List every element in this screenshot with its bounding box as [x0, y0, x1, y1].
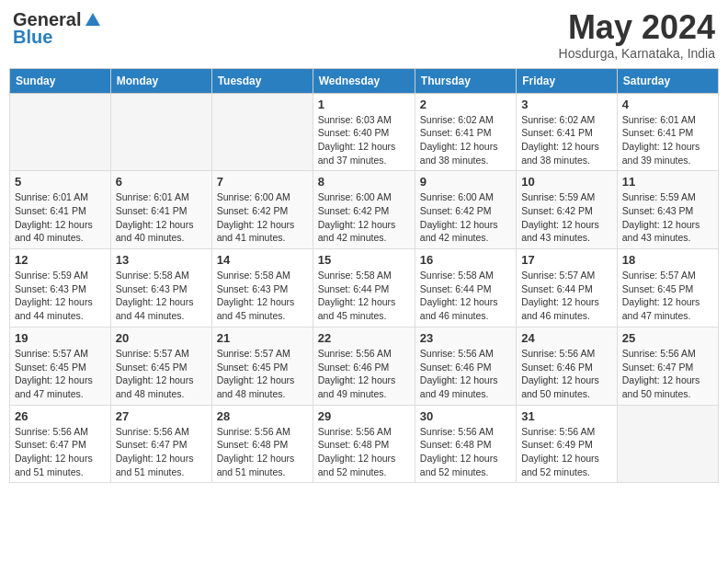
calendar-cell: 21Sunrise: 5:57 AMSunset: 6:45 PMDayligh…	[211, 327, 313, 405]
day-info: Sunrise: 5:56 AMSunset: 6:47 PMDaylight:…	[622, 347, 713, 401]
day-number: 10	[521, 175, 612, 189]
calendar-table: SundayMondayTuesdayWednesdayThursdayFrid…	[9, 68, 719, 484]
calendar-cell: 5Sunrise: 6:01 AMSunset: 6:41 PMDaylight…	[10, 171, 111, 249]
title-block: May 2024 Hosdurga, Karnataka, India	[559, 9, 715, 61]
day-number: 11	[622, 175, 713, 189]
day-number: 4	[622, 98, 713, 111]
calendar-cell: 7Sunrise: 6:00 AMSunset: 6:42 PMDaylight…	[211, 171, 313, 249]
day-number: 24	[521, 331, 612, 345]
calendar-cell: 16Sunrise: 5:58 AMSunset: 6:44 PMDayligh…	[415, 249, 516, 327]
calendar-cell: 10Sunrise: 5:59 AMSunset: 6:42 PMDayligh…	[517, 171, 618, 249]
calendar-cell: 9Sunrise: 6:00 AMSunset: 6:42 PMDaylight…	[415, 171, 516, 249]
day-info: Sunrise: 5:56 AMSunset: 6:46 PMDaylight:…	[318, 347, 410, 401]
calendar-cell: 15Sunrise: 5:58 AMSunset: 6:44 PMDayligh…	[313, 249, 415, 327]
day-number: 14	[217, 253, 308, 267]
day-number: 6	[116, 175, 207, 189]
day-info: Sunrise: 5:56 AMSunset: 6:48 PMDaylight:…	[318, 425, 410, 479]
day-number: 18	[622, 253, 713, 267]
day-info: Sunrise: 6:00 AMSunset: 6:42 PMDaylight:…	[420, 190, 511, 245]
calendar-week-row: 5Sunrise: 6:01 AMSunset: 6:41 PMDaylight…	[10, 171, 719, 249]
calendar-week-row: 1Sunrise: 6:03 AMSunset: 6:40 PMDaylight…	[10, 93, 719, 171]
weekday-header-friday: Friday	[517, 68, 618, 93]
title-month-year: May 2024	[559, 9, 715, 46]
day-info: Sunrise: 6:02 AMSunset: 6:41 PMDaylight:…	[521, 113, 612, 167]
day-info: Sunrise: 5:56 AMSunset: 6:47 PMDaylight:…	[116, 425, 207, 479]
day-info: Sunrise: 5:57 AMSunset: 6:45 PMDaylight:…	[217, 347, 308, 401]
day-info: Sunrise: 5:56 AMSunset: 6:48 PMDaylight:…	[420, 425, 511, 479]
calendar-cell: 1Sunrise: 6:03 AMSunset: 6:40 PMDaylight…	[313, 93, 415, 171]
calendar-cell: 19Sunrise: 5:57 AMSunset: 6:45 PMDayligh…	[10, 327, 111, 405]
day-number: 15	[318, 253, 410, 267]
calendar-cell	[10, 93, 111, 171]
day-number: 29	[318, 409, 410, 423]
logo-blue-text: Blue	[13, 27, 52, 48]
calendar-cell	[110, 93, 211, 171]
weekday-header-saturday: Saturday	[617, 68, 718, 93]
day-info: Sunrise: 5:57 AMSunset: 6:45 PMDaylight:…	[15, 347, 106, 401]
page-header: General Blue May 2024 Hosdurga, Karnatak…	[9, 9, 719, 61]
calendar-cell: 13Sunrise: 5:58 AMSunset: 6:43 PMDayligh…	[110, 249, 211, 327]
day-number: 21	[217, 331, 308, 345]
day-number: 22	[318, 331, 410, 345]
title-location: Hosdurga, Karnataka, India	[559, 46, 715, 61]
calendar-cell: 2Sunrise: 6:02 AMSunset: 6:41 PMDaylight…	[415, 93, 516, 171]
day-info: Sunrise: 5:56 AMSunset: 6:48 PMDaylight:…	[217, 425, 308, 479]
calendar-cell: 14Sunrise: 5:58 AMSunset: 6:43 PMDayligh…	[211, 249, 313, 327]
calendar-cell: 6Sunrise: 6:01 AMSunset: 6:41 PMDaylight…	[110, 171, 211, 249]
day-info: Sunrise: 5:57 AMSunset: 6:45 PMDaylight:…	[622, 269, 713, 323]
day-info: Sunrise: 5:56 AMSunset: 6:47 PMDaylight:…	[15, 425, 106, 479]
day-number: 25	[622, 331, 713, 345]
day-info: Sunrise: 5:56 AMSunset: 6:46 PMDaylight:…	[420, 347, 511, 401]
day-number: 9	[420, 175, 511, 189]
weekday-header-tuesday: Tuesday	[211, 68, 313, 93]
day-info: Sunrise: 6:01 AMSunset: 6:41 PMDaylight:…	[622, 113, 713, 167]
day-number: 3	[521, 98, 612, 111]
calendar-cell: 27Sunrise: 5:56 AMSunset: 6:47 PMDayligh…	[110, 405, 211, 483]
calendar-cell: 28Sunrise: 5:56 AMSunset: 6:48 PMDayligh…	[211, 405, 313, 483]
logo: General Blue	[13, 9, 102, 48]
day-number: 13	[116, 253, 207, 267]
day-info: Sunrise: 6:00 AMSunset: 6:42 PMDaylight:…	[217, 190, 308, 245]
day-number: 19	[15, 331, 106, 345]
calendar-cell: 22Sunrise: 5:56 AMSunset: 6:46 PMDayligh…	[313, 327, 415, 405]
weekday-header-sunday: Sunday	[10, 68, 111, 93]
logo-icon	[84, 11, 102, 29]
day-info: Sunrise: 5:56 AMSunset: 6:46 PMDaylight:…	[521, 347, 612, 401]
day-number: 2	[420, 98, 511, 111]
day-info: Sunrise: 6:02 AMSunset: 6:41 PMDaylight:…	[420, 113, 511, 167]
day-info: Sunrise: 6:01 AMSunset: 6:41 PMDaylight:…	[116, 190, 207, 245]
day-number: 30	[420, 409, 511, 423]
weekday-header-row: SundayMondayTuesdayWednesdayThursdayFrid…	[10, 68, 719, 93]
weekday-header-wednesday: Wednesday	[313, 68, 415, 93]
day-info: Sunrise: 6:01 AMSunset: 6:41 PMDaylight:…	[15, 190, 106, 245]
day-number: 26	[15, 409, 106, 423]
day-info: Sunrise: 5:57 AMSunset: 6:45 PMDaylight:…	[116, 347, 207, 401]
svg-marker-0	[85, 13, 100, 26]
day-info: Sunrise: 5:58 AMSunset: 6:44 PMDaylight:…	[420, 269, 511, 323]
day-number: 28	[217, 409, 308, 423]
day-number: 7	[217, 175, 308, 189]
calendar-cell: 4Sunrise: 6:01 AMSunset: 6:41 PMDaylight…	[617, 93, 718, 171]
day-number: 16	[420, 253, 511, 267]
day-number: 27	[116, 409, 207, 423]
day-info: Sunrise: 5:58 AMSunset: 6:43 PMDaylight:…	[116, 269, 207, 323]
calendar-week-row: 19Sunrise: 5:57 AMSunset: 6:45 PMDayligh…	[10, 327, 719, 405]
day-info: Sunrise: 6:03 AMSunset: 6:40 PMDaylight:…	[318, 113, 410, 167]
calendar-cell: 29Sunrise: 5:56 AMSunset: 6:48 PMDayligh…	[313, 405, 415, 483]
weekday-header-monday: Monday	[110, 68, 211, 93]
calendar-cell: 31Sunrise: 5:56 AMSunset: 6:49 PMDayligh…	[517, 405, 618, 483]
day-info: Sunrise: 6:00 AMSunset: 6:42 PMDaylight:…	[318, 190, 410, 245]
day-info: Sunrise: 5:59 AMSunset: 6:43 PMDaylight:…	[622, 190, 713, 245]
calendar-cell: 26Sunrise: 5:56 AMSunset: 6:47 PMDayligh…	[10, 405, 111, 483]
day-info: Sunrise: 5:57 AMSunset: 6:44 PMDaylight:…	[521, 269, 612, 323]
calendar-cell: 24Sunrise: 5:56 AMSunset: 6:46 PMDayligh…	[517, 327, 618, 405]
calendar-cell: 17Sunrise: 5:57 AMSunset: 6:44 PMDayligh…	[517, 249, 618, 327]
calendar-cell: 23Sunrise: 5:56 AMSunset: 6:46 PMDayligh…	[415, 327, 516, 405]
calendar-cell: 25Sunrise: 5:56 AMSunset: 6:47 PMDayligh…	[617, 327, 718, 405]
weekday-header-thursday: Thursday	[415, 68, 516, 93]
calendar-week-row: 12Sunrise: 5:59 AMSunset: 6:43 PMDayligh…	[10, 249, 719, 327]
day-number: 20	[116, 331, 207, 345]
day-number: 17	[521, 253, 612, 267]
day-number: 5	[15, 175, 106, 189]
day-info: Sunrise: 5:58 AMSunset: 6:44 PMDaylight:…	[318, 269, 410, 323]
